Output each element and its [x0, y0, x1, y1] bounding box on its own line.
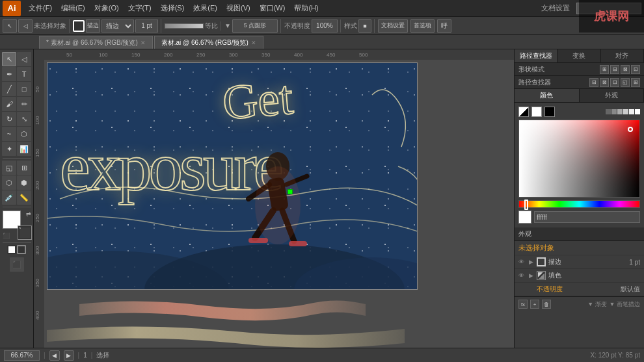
- live-paint-tool[interactable]: ⬢: [17, 175, 31, 190]
- shape-unite-btn[interactable]: ⊞: [600, 65, 609, 74]
- zoom-input[interactable]: [4, 350, 40, 361]
- menu-text[interactable]: 文字(T): [124, 2, 155, 14]
- appearance-stroke-row: 👁 ▶ 描边 1 pt: [515, 255, 644, 269]
- next-page-btn[interactable]: ▶: [64, 350, 74, 361]
- menu-edit[interactable]: 编辑(E): [57, 2, 89, 14]
- eyedropper-tool[interactable]: 💉: [2, 190, 16, 205]
- mini-swatch-2[interactable]: [611, 109, 617, 114]
- warp-tool[interactable]: ~: [2, 127, 16, 141]
- fill-visibility-icon[interactable]: 👁: [518, 272, 526, 279]
- pf-crop-btn[interactable]: ◱: [621, 78, 630, 87]
- black-swatch[interactable]: [544, 107, 555, 117]
- fill-swatch[interactable]: [537, 271, 546, 280]
- normal-mode-btn[interactable]: [7, 245, 16, 254]
- stroke-width-input[interactable]: [135, 19, 158, 32]
- screen-mode-btn[interactable]: ⬛: [10, 257, 24, 272]
- opacity-visibility-icon[interactable]: 👁: [518, 286, 526, 292]
- paintbrush-tool[interactable]: 🖌: [2, 97, 16, 111]
- tab-2-close[interactable]: ✕: [251, 40, 256, 46]
- align-tab[interactable]: 对齐: [601, 49, 644, 62]
- add-effect-btn[interactable]: +: [530, 300, 539, 309]
- current-color-display[interactable]: [518, 211, 531, 224]
- graph-tool[interactable]: 📊: [17, 142, 31, 156]
- selection-tool-btn[interactable]: ↖: [3, 19, 17, 33]
- menu-select[interactable]: 选择(S): [157, 2, 189, 14]
- fill-expand-icon[interactable]: ▶: [529, 272, 534, 279]
- pf-outline-btn[interactable]: ⊞: [631, 78, 640, 87]
- rotate-tool[interactable]: ↻: [2, 112, 16, 126]
- pf-divide-btn[interactable]: ⊟: [589, 78, 598, 87]
- shape-minus-btn[interactable]: ⊟: [610, 65, 619, 74]
- mini-swatch-1[interactable]: [606, 109, 611, 114]
- swap-colors-btn[interactable]: ⇄: [26, 211, 31, 217]
- scale-tool[interactable]: ⤡: [17, 112, 31, 126]
- menu-file[interactable]: 文件(F): [25, 2, 56, 14]
- pencil-tool[interactable]: ✏: [17, 97, 31, 111]
- stroke-swatch[interactable]: [537, 257, 546, 266]
- tool-separator-1: [3, 158, 31, 159]
- object-name-label: 未选择对象: [34, 21, 66, 31]
- char-btn[interactable]: 呼: [437, 19, 451, 33]
- color-tab[interactable]: 颜色: [515, 89, 580, 102]
- style-selector[interactable]: ■: [358, 19, 371, 33]
- delete-effect-btn[interactable]: 🗑: [542, 300, 551, 309]
- pf-trim-btn[interactable]: ⊠: [600, 78, 609, 87]
- mini-swatch-6[interactable]: [635, 109, 640, 114]
- drawing-mode-btn[interactable]: [17, 245, 26, 254]
- ruler-vertical: 50 100 150 200 250 300 350 400: [34, 49, 44, 348]
- none-color-swatch[interactable]: [518, 107, 529, 117]
- direct-select-tool[interactable]: ◁: [17, 52, 31, 66]
- stroke-visibility-icon[interactable]: 👁: [518, 259, 526, 265]
- prev-page-btn[interactable]: ◀: [49, 350, 60, 361]
- brush-selector[interactable]: 5 点圆形: [232, 19, 278, 33]
- menu-help[interactable]: 帮助(H): [290, 2, 322, 14]
- menu-view[interactable]: 视图(V): [222, 2, 254, 14]
- hue-slider[interactable]: [518, 200, 640, 208]
- direct-select-btn[interactable]: ◁: [18, 19, 33, 33]
- color-hex-input[interactable]: [534, 211, 640, 223]
- svg-text:150: 150: [34, 148, 40, 157]
- white-swatch[interactable]: [531, 107, 542, 117]
- doc-settings-btn[interactable]: 文档设置: [378, 19, 408, 33]
- transform-tab[interactable]: 变换: [557, 49, 600, 62]
- menu-object[interactable]: 对象(O): [90, 2, 123, 14]
- search-input[interactable]: [576, 3, 641, 14]
- symbol-tool[interactable]: ✦: [2, 142, 16, 156]
- appearance-bottom-row: fx + 🗑 ▼ 渐变 ▼ 画笔描边: [515, 296, 644, 311]
- fx-btn[interactable]: fx: [518, 300, 528, 309]
- mesh-tool[interactable]: ⊞: [17, 161, 31, 175]
- prefs-btn[interactable]: 首选项: [410, 19, 435, 33]
- mini-swatch-3[interactable]: [617, 109, 623, 114]
- reset-colors-btn[interactable]: ⬛: [3, 233, 10, 239]
- type-tool[interactable]: T: [17, 67, 31, 81]
- pen-tool[interactable]: ✒: [2, 67, 16, 81]
- stroke-expand-icon[interactable]: ▶: [529, 259, 534, 265]
- canvas-area[interactable]: 50 100 150 200 250 300 350 400 450 500 5…: [34, 49, 514, 348]
- shape-exclude-btn[interactable]: ⊡: [631, 65, 640, 74]
- rect-tool[interactable]: □: [17, 82, 31, 96]
- measure-tool[interactable]: 📏: [17, 190, 31, 205]
- mini-swatch-4[interactable]: [623, 109, 628, 114]
- selection-tool[interactable]: ↖: [2, 52, 16, 66]
- menu-window[interactable]: 窗口(W): [256, 2, 289, 14]
- appearance-sub-tab[interactable]: 外观: [580, 89, 645, 102]
- pf-merge-btn[interactable]: ⊡: [610, 78, 619, 87]
- shape-intersect-btn[interactable]: ⊠: [621, 65, 630, 74]
- stroke-color-box[interactable]: [18, 226, 31, 239]
- color-spectrum[interactable]: [518, 120, 640, 198]
- line-tool[interactable]: ╱: [2, 82, 16, 96]
- tab-2[interactable]: 素材.ai @ 66.67% (RGB/预览) ✕: [154, 36, 263, 49]
- tab-1[interactable]: * 素材.ai @ 66.67% (RGB/预览) ✕: [39, 36, 153, 49]
- opacity-appearance-value: 默认值: [621, 285, 640, 294]
- menu-effect[interactable]: 效果(E): [189, 2, 221, 14]
- stroke-select[interactable]: 描边: [101, 19, 134, 32]
- stroke-color-btn[interactable]: [73, 20, 85, 32]
- tab-1-close[interactable]: ✕: [141, 40, 146, 46]
- stroke-type-btn[interactable]: 描边: [86, 19, 100, 33]
- blend-tool[interactable]: ⬡: [17, 127, 31, 141]
- mini-swatch-5[interactable]: [629, 109, 634, 114]
- gradient-tool[interactable]: ◱: [2, 161, 16, 175]
- opacity-input[interactable]: [312, 19, 338, 32]
- shape-builder-tool[interactable]: ⬡: [2, 175, 16, 190]
- pathfinder-tab[interactable]: 路径查找器: [515, 49, 557, 62]
